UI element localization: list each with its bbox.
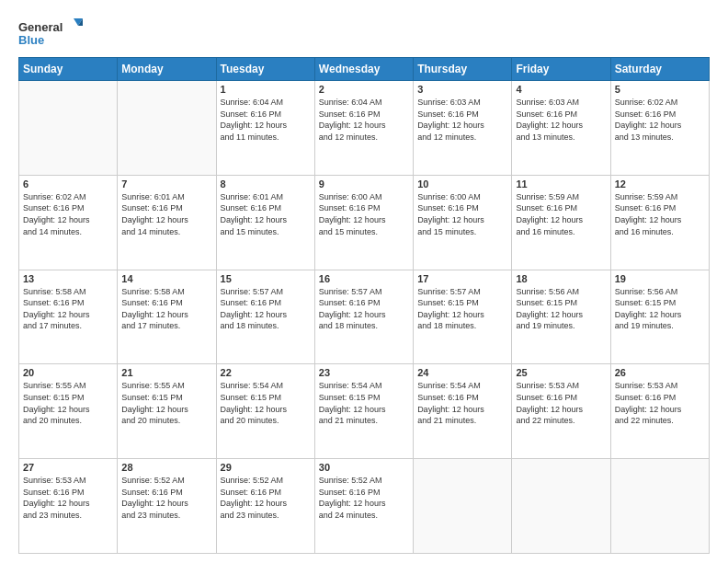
calendar-week-2: 6Sunrise: 6:02 AM Sunset: 6:16 PM Daylig… <box>19 175 710 270</box>
calendar-cell: 23Sunrise: 5:54 AM Sunset: 6:15 PM Dayli… <box>314 364 413 459</box>
day-number: 17 <box>417 273 507 284</box>
day-info: Sunrise: 5:55 AM Sunset: 6:15 PM Dayligh… <box>121 380 211 426</box>
day-info: Sunrise: 5:52 AM Sunset: 6:16 PM Dayligh… <box>121 475 211 521</box>
day-info: Sunrise: 5:53 AM Sunset: 6:16 PM Dayligh… <box>615 380 705 426</box>
calendar-cell: 13Sunrise: 5:58 AM Sunset: 6:16 PM Dayli… <box>19 270 118 364</box>
calendar-week-4: 20Sunrise: 5:55 AM Sunset: 6:15 PM Dayli… <box>19 364 710 459</box>
day-number: 6 <box>23 178 113 190</box>
day-info: Sunrise: 5:53 AM Sunset: 6:16 PM Dayligh… <box>516 380 606 426</box>
calendar-header-friday: Friday <box>512 58 610 81</box>
day-number: 13 <box>23 273 113 284</box>
calendar-cell: 17Sunrise: 5:57 AM Sunset: 6:15 PM Dayli… <box>414 270 512 364</box>
calendar-cell: 26Sunrise: 5:53 AM Sunset: 6:16 PM Dayli… <box>610 364 709 459</box>
calendar-cell: 9Sunrise: 6:00 AM Sunset: 6:16 PM Daylig… <box>314 175 413 270</box>
calendar-header-saturday: Saturday <box>610 58 709 81</box>
calendar-cell: 20Sunrise: 5:55 AM Sunset: 6:15 PM Dayli… <box>19 364 118 459</box>
calendar-cell: 25Sunrise: 5:53 AM Sunset: 6:16 PM Dayli… <box>512 364 610 459</box>
day-info: Sunrise: 5:55 AM Sunset: 6:15 PM Dayligh… <box>23 380 113 426</box>
calendar-cell: 24Sunrise: 5:54 AM Sunset: 6:16 PM Dayli… <box>414 364 512 459</box>
day-info: Sunrise: 6:00 AM Sunset: 6:16 PM Dayligh… <box>319 191 409 237</box>
day-info: Sunrise: 5:57 AM Sunset: 6:16 PM Dayligh… <box>319 286 409 332</box>
day-info: Sunrise: 5:58 AM Sunset: 6:16 PM Dayligh… <box>121 286 211 332</box>
day-info: Sunrise: 5:57 AM Sunset: 6:16 PM Dayligh… <box>221 286 311 332</box>
day-info: Sunrise: 6:01 AM Sunset: 6:16 PM Dayligh… <box>221 191 311 237</box>
calendar-cell: 2Sunrise: 6:04 AM Sunset: 6:16 PM Daylig… <box>314 81 413 176</box>
day-number: 3 <box>417 84 507 95</box>
day-info: Sunrise: 5:52 AM Sunset: 6:16 PM Dayligh… <box>221 475 311 521</box>
calendar-cell: 16Sunrise: 5:57 AM Sunset: 6:16 PM Dayli… <box>314 270 413 364</box>
day-number: 11 <box>516 178 606 190</box>
calendar-header-thursday: Thursday <box>414 58 512 81</box>
day-number: 24 <box>417 367 507 378</box>
day-info: Sunrise: 6:03 AM Sunset: 6:16 PM Dayligh… <box>516 97 606 143</box>
calendar-cell: 19Sunrise: 5:56 AM Sunset: 6:15 PM Dayli… <box>610 270 709 364</box>
calendar-cell: 28Sunrise: 5:52 AM Sunset: 6:16 PM Dayli… <box>118 459 216 554</box>
day-info: Sunrise: 6:02 AM Sunset: 6:16 PM Dayligh… <box>23 191 113 237</box>
day-number: 30 <box>319 462 409 473</box>
day-info: Sunrise: 5:53 AM Sunset: 6:16 PM Dayligh… <box>23 475 113 521</box>
day-number: 22 <box>221 367 311 378</box>
day-number: 20 <box>23 367 113 378</box>
day-info: Sunrise: 5:54 AM Sunset: 6:15 PM Dayligh… <box>319 380 409 426</box>
day-info: Sunrise: 5:54 AM Sunset: 6:16 PM Dayligh… <box>417 380 507 426</box>
day-info: Sunrise: 5:52 AM Sunset: 6:16 PM Dayligh… <box>319 475 409 521</box>
calendar-cell: 3Sunrise: 6:03 AM Sunset: 6:16 PM Daylig… <box>414 81 512 176</box>
calendar-week-1: 1Sunrise: 6:04 AM Sunset: 6:16 PM Daylig… <box>19 81 710 176</box>
svg-text:Blue: Blue <box>18 33 44 47</box>
logo: General Blue <box>18 17 83 50</box>
calendar-cell: 6Sunrise: 6:02 AM Sunset: 6:16 PM Daylig… <box>19 175 118 270</box>
calendar-header-tuesday: Tuesday <box>216 58 314 81</box>
calendar-cell: 11Sunrise: 5:59 AM Sunset: 6:16 PM Dayli… <box>512 175 610 270</box>
header: General Blue <box>18 17 710 50</box>
calendar-cell: 12Sunrise: 5:59 AM Sunset: 6:16 PM Dayli… <box>610 175 709 270</box>
day-number: 2 <box>319 84 409 95</box>
calendar-cell: 15Sunrise: 5:57 AM Sunset: 6:16 PM Dayli… <box>216 270 314 364</box>
calendar-table: SundayMondayTuesdayWednesdayThursdayFrid… <box>18 57 710 554</box>
day-number: 28 <box>121 462 211 473</box>
calendar-header-wednesday: Wednesday <box>314 58 413 81</box>
logo-icon: General Blue <box>18 17 83 50</box>
day-info: Sunrise: 6:00 AM Sunset: 6:16 PM Dayligh… <box>417 191 507 237</box>
day-number: 23 <box>319 367 409 378</box>
day-info: Sunrise: 5:59 AM Sunset: 6:16 PM Dayligh… <box>615 191 705 237</box>
day-number: 15 <box>221 273 311 284</box>
day-number: 8 <box>221 178 311 190</box>
calendar-cell: 5Sunrise: 6:02 AM Sunset: 6:16 PM Daylig… <box>610 81 709 176</box>
calendar-header-monday: Monday <box>118 58 216 81</box>
svg-text:General: General <box>18 20 63 34</box>
day-info: Sunrise: 5:56 AM Sunset: 6:15 PM Dayligh… <box>615 286 705 332</box>
calendar-header-row: SundayMondayTuesdayWednesdayThursdayFrid… <box>19 58 710 81</box>
calendar-cell: 10Sunrise: 6:00 AM Sunset: 6:16 PM Dayli… <box>414 175 512 270</box>
day-number: 26 <box>615 367 705 378</box>
day-number: 4 <box>516 84 606 95</box>
day-info: Sunrise: 5:59 AM Sunset: 6:16 PM Dayligh… <box>516 191 606 237</box>
calendar-cell: 27Sunrise: 5:53 AM Sunset: 6:16 PM Dayli… <box>19 459 118 554</box>
day-number: 7 <box>121 178 211 190</box>
day-info: Sunrise: 5:58 AM Sunset: 6:16 PM Dayligh… <box>23 286 113 332</box>
calendar-cell: 7Sunrise: 6:01 AM Sunset: 6:16 PM Daylig… <box>118 175 216 270</box>
day-number: 12 <box>615 178 705 190</box>
calendar-header-sunday: Sunday <box>19 58 118 81</box>
calendar-cell: 29Sunrise: 5:52 AM Sunset: 6:16 PM Dayli… <box>216 459 314 554</box>
calendar-cell: 4Sunrise: 6:03 AM Sunset: 6:16 PM Daylig… <box>512 81 610 176</box>
day-info: Sunrise: 5:54 AM Sunset: 6:15 PM Dayligh… <box>221 380 311 426</box>
calendar-cell <box>19 81 118 176</box>
day-number: 25 <box>516 367 606 378</box>
day-info: Sunrise: 5:57 AM Sunset: 6:15 PM Dayligh… <box>417 286 507 332</box>
calendar-cell <box>610 459 709 554</box>
calendar-cell: 30Sunrise: 5:52 AM Sunset: 6:16 PM Dayli… <box>314 459 413 554</box>
day-number: 1 <box>221 84 311 95</box>
day-info: Sunrise: 6:04 AM Sunset: 6:16 PM Dayligh… <box>319 97 409 143</box>
calendar-cell <box>414 459 512 554</box>
calendar-cell <box>118 81 216 176</box>
day-number: 16 <box>319 273 409 284</box>
calendar-week-3: 13Sunrise: 5:58 AM Sunset: 6:16 PM Dayli… <box>19 270 710 364</box>
calendar-cell <box>512 459 610 554</box>
day-info: Sunrise: 6:02 AM Sunset: 6:16 PM Dayligh… <box>615 97 705 143</box>
calendar-cell: 14Sunrise: 5:58 AM Sunset: 6:16 PM Dayli… <box>118 270 216 364</box>
day-number: 29 <box>221 462 311 473</box>
day-number: 9 <box>319 178 409 190</box>
day-info: Sunrise: 6:04 AM Sunset: 6:16 PM Dayligh… <box>221 97 311 143</box>
calendar-cell: 8Sunrise: 6:01 AM Sunset: 6:16 PM Daylig… <box>216 175 314 270</box>
day-number: 27 <box>23 462 113 473</box>
